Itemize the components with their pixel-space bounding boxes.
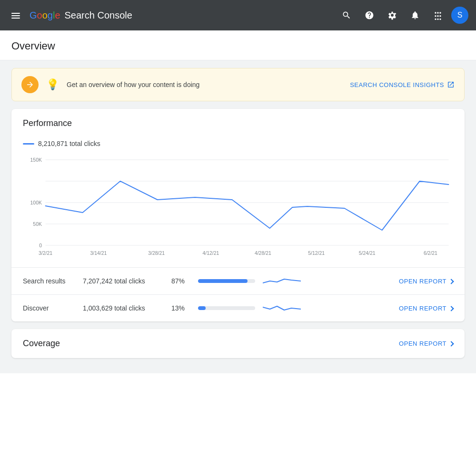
app-logo: Google Search Console <box>30 10 132 21</box>
search-results-open-report[interactable]: OPEN REPORT <box>399 278 453 285</box>
banner-arrow-button[interactable] <box>21 76 39 93</box>
svg-rect-2 <box>11 18 20 19</box>
search-results-label: Search results <box>23 277 75 285</box>
settings-icon[interactable] <box>383 6 402 25</box>
app-name: Search Console <box>65 10 132 21</box>
search-results-sparkline <box>263 274 391 288</box>
insights-banner: 💡 Get an overview of how your content is… <box>11 68 465 101</box>
header-icons: S <box>337 6 468 25</box>
svg-text:50K: 50K <box>33 221 42 227</box>
discover-open-report[interactable]: OPEN REPORT <box>399 305 453 312</box>
svg-text:4/28/21: 4/28/21 <box>255 250 271 256</box>
svg-text:6/2/21: 6/2/21 <box>424 250 437 256</box>
svg-text:3/14/21: 3/14/21 <box>90 250 107 256</box>
search-results-row: Search results 7,207,242 total clicks 87… <box>11 267 465 294</box>
chevron-right-icon <box>448 306 454 311</box>
chevron-right-icon <box>448 279 454 284</box>
coverage-open-report[interactable]: OPEN REPORT <box>399 340 453 347</box>
coverage-title: Coverage <box>23 339 399 349</box>
svg-rect-0 <box>11 13 20 14</box>
discover-percent: 13% <box>171 304 190 312</box>
svg-text:3/2/21: 3/2/21 <box>39 250 52 256</box>
discover-clicks: 1,003,629 total clicks <box>83 304 164 312</box>
discover-row: Discover 1,003,629 total clicks 13% OPEN… <box>11 294 465 321</box>
discover-label: Discover <box>23 304 75 312</box>
search-results-progress <box>198 279 255 283</box>
app-header: Google Search Console S <box>0 0 476 30</box>
svg-text:0: 0 <box>39 243 42 248</box>
search-icon[interactable] <box>337 6 356 25</box>
performance-chart: 150K 100K 50K 0 3/2/21 3/14/21 3/28/21 4… <box>11 151 465 267</box>
page-body: 💡 Get an overview of how your content is… <box>0 60 476 373</box>
search-results-percent: 87% <box>171 277 190 285</box>
chart-svg: 150K 100K 50K 0 3/2/21 3/14/21 3/28/21 4… <box>23 155 453 260</box>
svg-text:100K: 100K <box>30 200 42 205</box>
banner-text: Get an overview of how your content is d… <box>67 81 342 88</box>
discover-progress <box>198 306 255 310</box>
search-results-clicks: 7,207,242 total clicks <box>83 277 164 285</box>
main-content: Overview 💡 Get an overview of how your c… <box>0 30 476 466</box>
performance-title: Performance <box>23 118 453 128</box>
overview-header: Overview <box>0 30 476 60</box>
coverage-header: Coverage OPEN REPORT <box>11 329 465 358</box>
svg-text:3/28/21: 3/28/21 <box>148 250 165 256</box>
search-results-bar <box>198 279 248 283</box>
metric-line-indicator <box>23 143 34 145</box>
svg-text:5/12/21: 5/12/21 <box>308 250 325 256</box>
performance-header: Performance <box>11 109 465 134</box>
lightbulb-icon: 💡 <box>46 78 59 91</box>
coverage-chevron-icon <box>448 341 454 346</box>
metric-total-clicks: 8,210,871 total clicks <box>38 140 100 147</box>
svg-rect-1 <box>11 15 20 16</box>
menu-icon[interactable] <box>8 6 24 25</box>
performance-card: Performance 8,210,871 total clicks <box>11 109 465 321</box>
page-title: Overview <box>11 40 465 52</box>
avatar[interactable]: S <box>451 7 468 24</box>
coverage-card: Coverage OPEN REPORT <box>11 329 465 358</box>
discover-bar <box>198 306 206 310</box>
bell-icon[interactable] <box>406 6 425 25</box>
discover-sparkline <box>263 301 391 315</box>
grid-icon[interactable] <box>428 6 447 25</box>
svg-text:150K: 150K <box>30 157 42 163</box>
metric-row: 8,210,871 total clicks <box>11 134 465 151</box>
search-console-insights-link[interactable]: SEARCH CONSOLE INSIGHTS <box>350 81 455 88</box>
help-icon[interactable] <box>360 6 379 25</box>
svg-text:4/12/21: 4/12/21 <box>202 250 219 256</box>
svg-text:5/24/21: 5/24/21 <box>359 250 376 256</box>
